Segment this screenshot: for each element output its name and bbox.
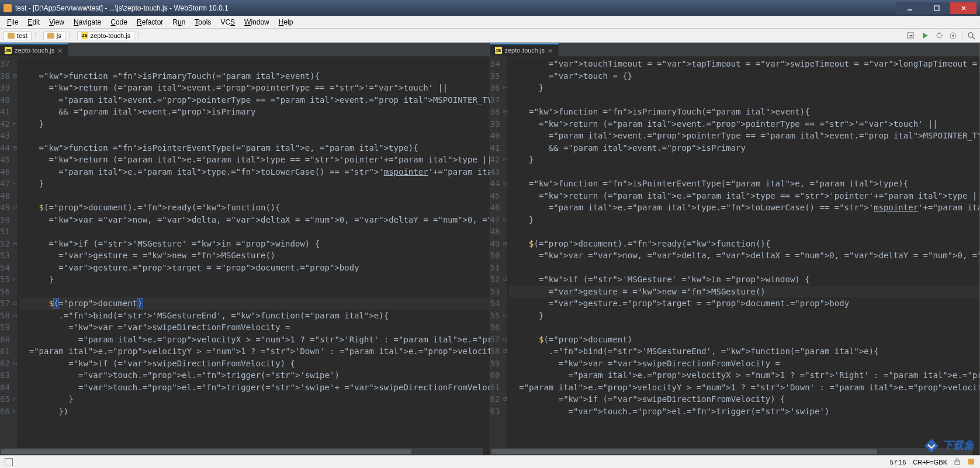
cursor-position: 57:16	[890, 459, 906, 466]
watermark: 下载集	[923, 438, 974, 454]
menu-view[interactable]: View	[44, 17, 69, 27]
menu-refactor[interactable]: Refactor	[132, 17, 168, 27]
svg-line-12	[972, 37, 975, 39]
inspector-icon[interactable]	[967, 457, 975, 467]
separator	[962, 31, 962, 40]
tab-close-icon[interactable]: ✕	[57, 47, 63, 53]
svg-point-11	[968, 33, 973, 37]
tab-bar-left: JS zepto-touch.js ✕	[0, 43, 490, 57]
line-numbers-left: 3738394041424344454647484950515253545556…	[0, 57, 13, 455]
js-file-icon: JS	[495, 47, 502, 54]
window-title: test - [D:\AppServ\www\test] - ...\js\ze…	[15, 4, 896, 12]
horizontal-scrollbar-right[interactable]	[490, 448, 973, 455]
menu-edit[interactable]: Edit	[23, 17, 44, 27]
menu-file[interactable]: File	[2, 17, 23, 27]
code-content-left[interactable]: ="kw">function ="fn">isPrimaryTouch(="pa…	[17, 57, 490, 455]
breadcrumb-separator: 〉	[136, 30, 145, 40]
editor-pane-left: JS zepto-touch.js ✕ 37383940414243444546…	[0, 43, 490, 455]
titlebar: test - [D:\AppServ\www\test] - ...\js\ze…	[0, 0, 980, 16]
tab-label: zepto-touch.js	[15, 47, 54, 54]
code-area-right[interactable]: 3435363738394041424344454647484950515253…	[490, 57, 980, 455]
menu-tools[interactable]: Tools	[190, 17, 216, 27]
code-area-left[interactable]: 3738394041424344454647484950515253545556…	[0, 57, 490, 455]
breadcrumb-separator: 〉	[67, 30, 76, 40]
folder-icon	[8, 33, 15, 39]
horizontal-scrollbar-left[interactable]	[0, 448, 483, 455]
tab-close-icon[interactable]: ✕	[548, 47, 553, 53]
nav-tools	[906, 30, 976, 41]
close-button[interactable]	[950, 2, 976, 14]
file-encoding[interactable]: CR+F=GBK	[913, 459, 947, 466]
minimize-button[interactable]	[896, 2, 923, 14]
status-bar: 57:16 CR+F=GBK	[0, 455, 980, 468]
menu-window[interactable]: Window	[240, 17, 274, 27]
tab-zepto-touch-right[interactable]: JS zepto-touch.js ✕	[490, 43, 559, 56]
debug-button[interactable]	[934, 30, 944, 41]
svg-point-10	[952, 34, 954, 37]
search-button[interactable]	[966, 30, 976, 41]
menu-navigate[interactable]: Navigate	[69, 17, 106, 27]
svg-rect-14	[968, 459, 974, 464]
tab-label: zepto-touch.js	[505, 47, 545, 54]
dropdown-button[interactable]	[906, 30, 916, 41]
run-button[interactable]	[920, 30, 930, 41]
editor-area: JS zepto-touch.js ✕ 37383940414243444546…	[0, 43, 980, 455]
settings-target-icon[interactable]	[948, 30, 958, 41]
breadcrumbs: test 〉 js 〉 JSzepto-touch.js 〉	[4, 30, 145, 40]
breadcrumb-separator: 〉	[33, 30, 42, 40]
menu-help[interactable]: Help	[274, 17, 298, 27]
breadcrumb-file[interactable]: JSzepto-touch.js	[77, 31, 134, 40]
maximize-button[interactable]	[923, 2, 950, 14]
breadcrumb-test[interactable]: test	[4, 31, 32, 40]
svg-rect-13	[955, 461, 960, 464]
app-icon	[4, 4, 12, 12]
breadcrumb-js[interactable]: js	[43, 31, 65, 40]
js-file-icon: JS	[81, 32, 88, 39]
menu-run[interactable]: Run	[168, 17, 190, 27]
status-indicator-icon[interactable]	[5, 458, 13, 466]
editor-pane-right: JS zepto-touch.js ✕ 34353637383940414243…	[490, 43, 981, 455]
svg-rect-1	[934, 6, 939, 11]
menu-vcs[interactable]: VCS	[216, 17, 240, 27]
svg-point-5	[937, 33, 941, 38]
line-numbers-right: 3435363738394041424344454647484950515253…	[490, 57, 504, 455]
code-content-right[interactable]: ="var">touchTimeout = ="var">tapTimeout …	[507, 57, 979, 455]
tab-bar-right: JS zepto-touch.js ✕	[490, 43, 980, 57]
nav-bar: test 〉 js 〉 JSzepto-touch.js 〉	[0, 29, 980, 43]
folder-icon	[47, 33, 54, 39]
tab-zepto-touch-left[interactable]: JS zepto-touch.js ✕	[0, 43, 68, 56]
menubar: File Edit View Navigate Code Refactor Ru…	[0, 16, 980, 29]
js-file-icon: JS	[5, 47, 12, 54]
menu-code[interactable]: Code	[106, 17, 132, 27]
lock-icon[interactable]	[954, 458, 960, 466]
